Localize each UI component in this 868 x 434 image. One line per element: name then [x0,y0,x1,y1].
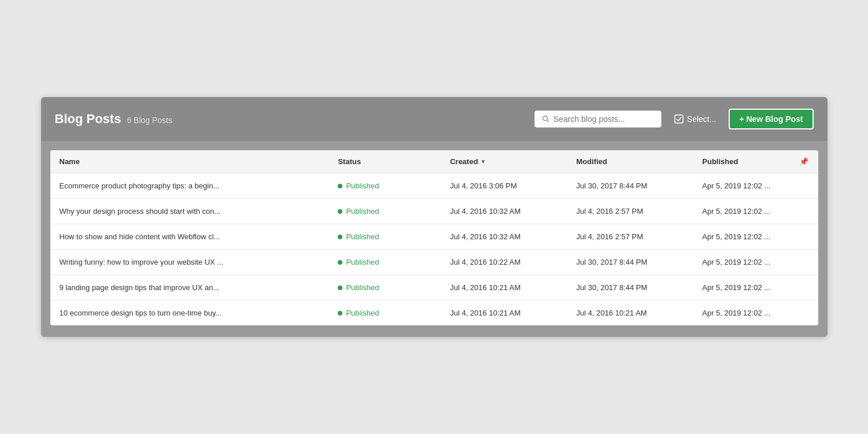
cell-name-0: Ecommerce product photography tips: a be… [50,173,329,199]
table-container: Name Status Created ▼ Modified Published… [50,150,818,325]
table-row[interactable]: Writing funny: how to improve your websi… [50,250,818,275]
search-box[interactable] [534,110,662,128]
col-name: Name [50,150,329,173]
created-label: Created [450,157,478,166]
cell-published-1: Apr 5, 2019 12:02 ... [693,199,790,224]
search-icon [542,115,550,123]
status-dot-2 [338,235,342,239]
cell-created-5: Jul 4, 2016 10:21 AM [441,301,567,326]
cell-published-3: Apr 5, 2019 12:02 ... [693,250,790,275]
cell-pin-5 [790,301,818,326]
pin-header-icon: 📌 [799,157,808,166]
table-body: Ecommerce product photography tips: a be… [50,173,818,326]
cell-modified-3: Jul 30, 2017 8:44 PM [567,250,693,275]
status-dot-3 [338,260,342,265]
table-row[interactable]: 9 landing page design tips that improve … [50,275,818,301]
cell-status-2: Published [328,224,441,250]
cell-pin-2 [790,224,818,250]
page-title: Blog Posts [55,112,121,127]
panel-body: Name Status Created ▼ Modified Published… [41,141,828,337]
select-button[interactable]: Select... [668,111,722,127]
post-count: 6 Blog Posts [127,116,172,125]
cell-modified-0: Jul 30, 2017 8:44 PM [567,173,693,199]
cell-name-3: Writing funny: how to improve your websi… [50,250,329,275]
panel-header: Blog Posts 6 Blog Posts Select... + New … [41,97,828,141]
cell-name-4: 9 landing page design tips that improve … [50,275,329,301]
svg-rect-2 [675,115,683,123]
col-modified: Modified [567,150,693,173]
status-text-5: Published [346,309,379,317]
blog-posts-table: Name Status Created ▼ Modified Published… [50,150,818,325]
status-text-3: Published [346,258,379,266]
col-created[interactable]: Created ▼ [441,150,567,173]
table-header: Name Status Created ▼ Modified Published… [50,150,818,173]
status-dot-5 [338,311,342,316]
col-published: Published [693,150,790,173]
status-dot-4 [338,285,342,290]
table-row[interactable]: Ecommerce product photography tips: a be… [50,173,818,199]
cell-modified-2: Jul 4, 2016 2:57 PM [567,224,693,250]
status-text-2: Published [346,232,379,241]
cell-created-4: Jul 4, 2016 10:21 AM [441,275,567,301]
cell-created-0: Jul 4, 2016 3:06 PM [441,173,567,199]
cell-name-1: Why your design process should start wit… [50,199,329,224]
col-pin: 📌 [790,150,818,173]
cell-name-2: How to show and hide content with Webflo… [50,224,329,250]
status-dot-0 [338,184,342,188]
status-text-0: Published [346,181,379,190]
header-left: Blog Posts 6 Blog Posts [55,112,173,127]
select-label: Select... [687,114,716,124]
cell-status-0: Published [328,173,441,199]
cell-modified-1: Jul 4, 2016 2:57 PM [567,199,693,224]
cell-pin-4 [790,275,818,301]
header-right: Select... + New Blog Post [534,109,814,129]
cell-created-2: Jul 4, 2016 10:32 AM [441,224,567,250]
blog-posts-panel: Blog Posts 6 Blog Posts Select... + New … [41,97,828,337]
new-blog-post-button[interactable]: + New Blog Post [729,109,813,129]
cell-published-5: Apr 5, 2019 12:02 ... [693,301,790,326]
table-row[interactable]: How to show and hide content with Webflo… [50,224,818,250]
svg-point-0 [543,116,548,121]
cell-pin-1 [790,199,818,224]
cell-modified-4: Jul 30, 2017 8:44 PM [567,275,693,301]
col-status: Status [328,150,441,173]
cell-pin-0 [790,173,818,199]
table-row[interactable]: 10 ecommerce design tips to turn one-tim… [50,301,818,326]
status-text-1: Published [346,207,379,216]
cell-name-5: 10 ecommerce design tips to turn one-tim… [50,301,329,326]
cell-status-5: Published [328,301,441,326]
cell-created-3: Jul 4, 2016 10:22 AM [441,250,567,275]
cell-published-2: Apr 5, 2019 12:02 ... [693,224,790,250]
cell-pin-3 [790,250,818,275]
cell-created-1: Jul 4, 2016 10:32 AM [441,199,567,224]
cell-modified-5: Jul 4, 2016 10:21 AM [567,301,693,326]
table-row[interactable]: Why your design process should start wit… [50,199,818,224]
cell-published-4: Apr 5, 2019 12:02 ... [693,275,790,301]
header-row: Name Status Created ▼ Modified Published… [50,150,818,173]
svg-line-1 [547,120,549,123]
sort-icon: ▼ [481,158,486,165]
new-post-label: + New Blog Post [739,114,803,124]
cell-status-4: Published [328,275,441,301]
cell-published-0: Apr 5, 2019 12:02 ... [693,173,790,199]
cell-status-1: Published [328,199,441,224]
cell-status-3: Published [328,250,441,275]
checkbox-icon [674,114,684,124]
status-dot-1 [338,209,342,214]
search-input[interactable] [553,114,654,124]
status-text-4: Published [346,283,379,292]
